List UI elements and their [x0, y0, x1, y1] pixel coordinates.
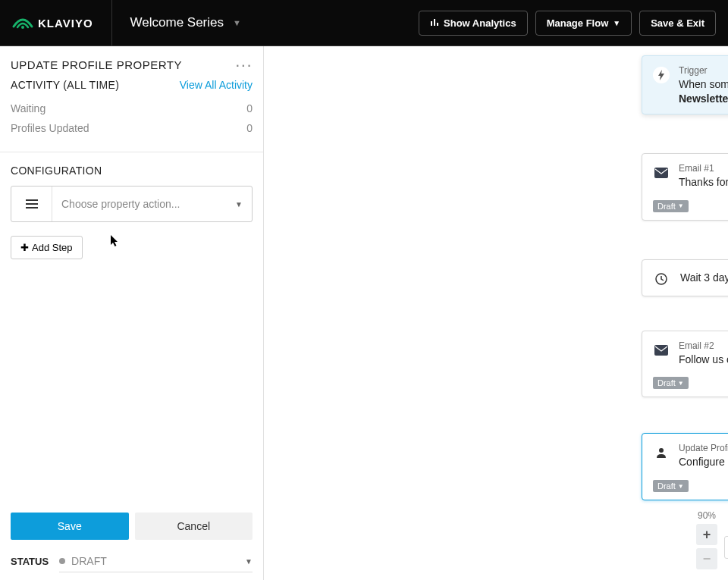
zoom-in-button[interactable]: + — [696, 524, 717, 545]
show-analytics-button[interactable]: Show Analytics — [419, 11, 528, 36]
panel-title: UPDATE PROFILE PROPERTY — [11, 58, 182, 71]
zoom-level: 90% — [696, 510, 717, 521]
manage-flow-button[interactable]: Manage Flow ▼ — [535, 11, 632, 36]
sidebar-panel: UPDATE PROFILE PROPERTY ··· ACTIVITY (AL… — [0, 46, 264, 580]
caret-down-icon: ▼ — [233, 18, 241, 27]
status-dot-icon — [59, 558, 65, 564]
svg-rect-6 — [26, 207, 38, 208]
svg-point-10 — [659, 448, 664, 453]
node-title: Follow us on Instagram! — [679, 353, 728, 367]
lightning-icon — [653, 67, 670, 83]
email-node-2[interactable]: ··· Email #2 Follow us on Instagram! Dra… — [642, 331, 728, 398]
flow-title: Welcome Series — [130, 15, 224, 30]
property-action-placeholder: Choose property action... — [61, 198, 180, 210]
caret-down-icon: ▼ — [678, 483, 684, 490]
save-exit-button[interactable]: Save & Exit — [639, 11, 716, 36]
brand-logo[interactable]: KLAVIYO — [12, 0, 112, 45]
node-label: Email #1 — [679, 163, 728, 174]
svg-rect-2 — [434, 19, 435, 26]
configuration-title: CONFIGURATION — [11, 165, 253, 177]
klaviyo-logo-icon — [12, 16, 33, 30]
day-tag: Day 3 — [642, 400, 728, 411]
wait-title: Wait 3 days — [680, 271, 728, 285]
email-icon — [653, 342, 670, 359]
svg-rect-5 — [26, 203, 38, 205]
status-dropdown[interactable]: DRAFT ▼ — [59, 550, 253, 572]
node-title: Thanks for subscribing! — [679, 175, 728, 190]
analytics-chart-icon — [430, 17, 439, 29]
trigger-node[interactable]: Trigger When someone subscribes to Newsl… — [642, 55, 728, 114]
draft-badge[interactable]: Draft▼ — [653, 480, 689, 492]
caret-down-icon: ▼ — [235, 200, 243, 208]
svg-rect-4 — [26, 199, 38, 201]
exit-node[interactable]: EXIT — [724, 536, 728, 559]
zoom-out-button[interactable]: − — [696, 548, 717, 569]
svg-rect-7 — [654, 168, 668, 178]
svg-point-0 — [21, 26, 24, 29]
panel-more-button[interactable]: ··· — [235, 60, 253, 71]
activity-row: Profiles Updated 0 — [11, 118, 253, 138]
activity-row-label: Profiles Updated — [11, 122, 89, 134]
wait-node[interactable]: ··· Wait 3 days — [642, 259, 728, 296]
caret-down-icon: ▼ — [245, 557, 253, 566]
activity-row-label: Waiting — [11, 102, 46, 114]
flow-canvas[interactable]: Trigger When someone subscribes to Newsl… — [264, 46, 728, 580]
svg-rect-3 — [437, 23, 438, 26]
day-tag: Day 0 — [642, 224, 728, 234]
node-label: Email #2 — [679, 340, 728, 351]
view-all-activity-link[interactable]: View All Activity — [180, 79, 253, 91]
plus-icon: ✚ — [20, 242, 29, 253]
caret-down-icon: ▼ — [678, 202, 684, 209]
svg-rect-9 — [654, 345, 668, 356]
app-header: KLAVIYO Welcome Series ▼ Show Analytics … — [0, 0, 728, 46]
caret-down-icon: ▼ — [678, 380, 684, 387]
header-actions: Show Analytics Manage Flow ▼ Save & Exit — [419, 11, 716, 36]
add-step-button[interactable]: ✚ Add Step — [11, 236, 83, 259]
update-profile-node[interactable]: ··· Update Profile Property Configure Up… — [642, 433, 728, 500]
activity-row-value: 0 — [246, 102, 253, 114]
draft-badge[interactable]: Draft▼ — [653, 200, 689, 212]
cancel-button[interactable]: Cancel — [135, 513, 253, 540]
svg-rect-1 — [431, 21, 432, 26]
draft-badge[interactable]: Draft▼ — [653, 377, 689, 389]
property-action-select[interactable]: Choose property action... ▼ — [11, 186, 253, 222]
email-node-1[interactable]: ··· Email #1 Thanks for subscribing! Dra… — [642, 153, 728, 221]
activity-row-value: 0 — [246, 122, 253, 134]
caret-down-icon: ▼ — [613, 19, 620, 27]
configuration-section: CONFIGURATION Choose property action... … — [0, 152, 263, 271]
activity-title: ACTIVITY (ALL TIME) — [11, 79, 119, 91]
trigger-text: When someone subscribes to Newsletter. — [679, 77, 728, 106]
node-title: Configure Update... — [679, 455, 728, 469]
brand-name: KLAVIYO — [38, 17, 93, 30]
save-button[interactable]: Save — [11, 513, 129, 540]
status-value: DRAFT — [71, 555, 107, 567]
node-label: Update Profile Property — [679, 443, 728, 453]
clock-icon — [653, 271, 670, 287]
zoom-controls: 90% + − — [696, 510, 717, 569]
flow-title-dropdown[interactable]: Welcome Series ▼ — [112, 15, 241, 30]
status-label: STATUS — [11, 556, 49, 567]
activity-section: ACTIVITY (ALL TIME) View All Activity Wa… — [0, 79, 263, 152]
node-label: Trigger — [679, 65, 728, 76]
drag-handle-icon[interactable] — [11, 187, 52, 221]
email-icon — [653, 165, 670, 181]
person-icon — [653, 444, 670, 461]
activity-row: Waiting 0 — [11, 99, 253, 118]
